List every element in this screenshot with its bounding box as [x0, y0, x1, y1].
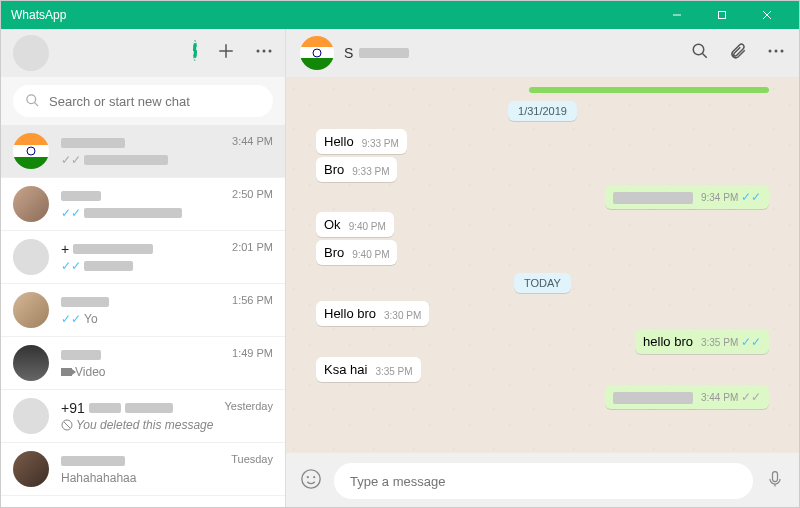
chat-avatar — [13, 133, 49, 169]
chat-name — [61, 453, 125, 469]
message-time: 3:35 PM — [375, 366, 412, 377]
message-text: Ksa hai — [324, 362, 367, 377]
date-divider: 1/31/2019 — [508, 101, 577, 121]
search-input[interactable] — [13, 85, 273, 117]
message-text: Hello bro — [324, 306, 376, 321]
status-icon[interactable] — [193, 42, 197, 64]
svg-point-15 — [769, 50, 772, 53]
message-received[interactable]: Hello9:33 PM — [316, 129, 769, 154]
chat-name — [61, 188, 101, 204]
message-time: 3:30 PM — [384, 310, 421, 321]
chat-preview: Hahahahahaa — [61, 471, 273, 485]
message-text: Bro — [324, 162, 344, 177]
svg-point-20 — [313, 476, 315, 478]
chat-avatar — [13, 345, 49, 381]
search-icon — [25, 93, 40, 112]
close-button[interactable] — [744, 1, 789, 29]
svg-line-12 — [64, 422, 70, 428]
chat-avatar — [13, 186, 49, 222]
message-input[interactable] — [334, 463, 753, 499]
message-area[interactable]: 1/31/2019Hello9:33 PMBro9:33 PM9:34 PM ✓… — [286, 77, 799, 453]
date-divider: TODAY — [514, 273, 571, 293]
chat-preview: Video — [61, 365, 273, 379]
chat-avatar — [13, 292, 49, 328]
contact-name[interactable]: S — [344, 45, 409, 61]
svg-point-7 — [263, 50, 266, 53]
message-received[interactable]: Hello bro3:30 PM — [316, 301, 769, 326]
chat-item[interactable]: 3:44 PM✓✓ — [1, 125, 285, 178]
message-sent[interactable]: 3:44 PM ✓✓ — [316, 385, 769, 409]
chat-item[interactable]: 1:56 PM✓✓Yo — [1, 284, 285, 337]
svg-point-19 — [307, 476, 309, 478]
minimize-button[interactable] — [654, 1, 699, 29]
new-chat-icon[interactable] — [217, 42, 235, 64]
svg-rect-1 — [718, 12, 725, 19]
chat-name: + — [61, 241, 153, 257]
chat-preview: ✓✓ — [61, 153, 273, 167]
my-avatar[interactable] — [13, 35, 49, 71]
chat-time: 2:50 PM — [232, 188, 273, 204]
message-text: Ok — [324, 217, 341, 232]
emoji-icon[interactable] — [300, 468, 322, 494]
chat-preview: ✓✓Yo — [61, 312, 273, 326]
message-time: 3:44 PM ✓✓ — [701, 390, 761, 404]
attach-icon[interactable] — [729, 42, 747, 64]
chat-preview: ✓✓ — [61, 206, 273, 220]
chat-avatar — [13, 239, 49, 275]
message-time: 9:40 PM — [352, 249, 389, 260]
conversation-header: S — [286, 29, 799, 77]
message-received[interactable]: Bro9:33 PM — [316, 157, 769, 182]
maximize-button[interactable] — [699, 1, 744, 29]
search-in-chat-icon[interactable] — [691, 42, 709, 64]
chat-item[interactable]: +91 YesterdayYou deleted this message — [1, 390, 285, 443]
message-text: Bro — [324, 245, 344, 260]
chat-name — [61, 294, 109, 310]
sidebar-header — [1, 29, 285, 77]
message-time: 9:34 PM ✓✓ — [701, 190, 761, 204]
chat-item[interactable]: 1:49 PM Video — [1, 337, 285, 390]
message-received[interactable]: Bro9:40 PM — [316, 240, 769, 265]
message-received[interactable]: Ksa hai3:35 PM — [316, 357, 769, 382]
mic-icon[interactable] — [765, 469, 785, 493]
chat-time: 1:56 PM — [232, 294, 273, 310]
chat-time: Yesterday — [224, 400, 273, 416]
svg-line-14 — [702, 53, 707, 58]
message-time: 9:40 PM — [349, 221, 386, 232]
chat-name: +91 — [61, 400, 173, 416]
message-time: 9:33 PM — [352, 166, 389, 177]
svg-point-9 — [27, 95, 36, 104]
chat-item[interactable]: + 2:01 PM✓✓ — [1, 231, 285, 284]
message-received[interactable]: Ok9:40 PM — [316, 212, 769, 237]
svg-rect-21 — [773, 472, 778, 482]
chat-name — [61, 347, 101, 363]
chat-item[interactable]: TuesdayHahahahahaa — [1, 443, 285, 496]
chat-item[interactable]: 2:50 PM✓✓ — [1, 178, 285, 231]
search-bar — [1, 77, 285, 125]
svg-point-13 — [693, 44, 704, 55]
titlebar: WhatsApp — [1, 1, 799, 29]
message-sent[interactable]: hello bro3:35 PM ✓✓ — [316, 329, 769, 354]
chat-avatar — [13, 451, 49, 487]
svg-line-10 — [34, 102, 38, 106]
chat-list: 3:44 PM✓✓2:50 PM✓✓+ 2:01 PM✓✓1:56 PM✓✓Yo… — [1, 125, 285, 508]
chat-time: 2:01 PM — [232, 241, 273, 257]
svg-point-16 — [775, 50, 778, 53]
svg-point-17 — [781, 50, 784, 53]
chat-avatar — [13, 398, 49, 434]
contact-avatar[interactable] — [300, 36, 334, 70]
svg-point-6 — [257, 50, 260, 53]
chat-time: Tuesday — [231, 453, 273, 469]
chat-name — [61, 135, 125, 151]
message-time: 3:35 PM ✓✓ — [701, 335, 761, 349]
chat-preview: ✓✓ — [61, 259, 273, 273]
chat-preview: You deleted this message — [61, 418, 273, 432]
composer — [286, 453, 799, 508]
message-sent[interactable]: 9:34 PM ✓✓ — [316, 185, 769, 209]
menu-icon[interactable] — [255, 42, 273, 64]
message-text: hello bro — [643, 334, 693, 349]
message-text: Hello — [324, 134, 354, 149]
conversation-menu-icon[interactable] — [767, 42, 785, 64]
chat-time: 1:49 PM — [232, 347, 273, 363]
quoted-bar — [529, 87, 769, 93]
chat-time: 3:44 PM — [232, 135, 273, 151]
